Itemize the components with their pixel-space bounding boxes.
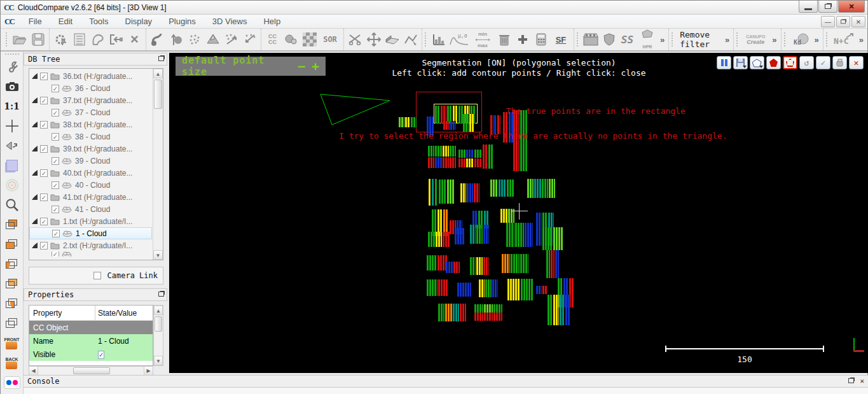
view-left-icon[interactable] (3, 255, 22, 273)
console-close-icon[interactable]: ✕ (860, 377, 864, 385)
tree-item-file[interactable]: ✓39.txt (H:/graduate... (29, 143, 152, 155)
kd-overflow-chevron[interactable]: » (813, 35, 821, 45)
mesh-icon[interactable] (204, 31, 221, 48)
tree-item-cloud[interactable]: ✓ (29, 251, 152, 257)
properties-list-icon[interactable] (71, 31, 88, 48)
visibility-checkbox[interactable]: ✓ (52, 109, 59, 116)
tree-item-cloud[interactable]: ✓38 - Cloud (29, 130, 152, 143)
match-scales-icon[interactable] (301, 31, 318, 48)
visibility-checkbox[interactable]: ✓ (52, 133, 59, 141)
reset-segmentation-button[interactable]: ↺ (799, 56, 814, 69)
tree-item-cloud[interactable]: ✓37 - Cloud (29, 106, 152, 118)
view-back-icon[interactable] (3, 275, 22, 293)
visibility-checkbox[interactable]: ✓ (40, 242, 48, 250)
sf-calculator-icon[interactable] (532, 31, 549, 48)
scroll-down-arrow[interactable]: ▼ (153, 250, 163, 260)
scroll-up-arrow[interactable]: ▲ (153, 69, 163, 78)
save-segmentation-button[interactable] (733, 56, 748, 69)
3d-view[interactable]: default point size − + Segmentation [ON]… (169, 53, 868, 373)
point-picking-icon[interactable] (167, 31, 184, 48)
delete-icon[interactable]: × (126, 31, 143, 48)
camera-view-icon[interactable] (3, 137, 22, 155)
cancel-segmentation-button[interactable]: ✕ (849, 56, 864, 69)
visibility-checkbox[interactable]: ✓ (40, 193, 48, 201)
sf-arithmetic-icon[interactable]: SF (551, 31, 571, 48)
pivot-icon[interactable] (3, 117, 22, 135)
tree-item-file[interactable]: ✓41.txt (H:/graduate... (29, 191, 152, 203)
menu-edit[interactable]: Edit (50, 15, 81, 27)
expand-arrow-icon[interactable] (32, 122, 38, 127)
expand-arrow-icon[interactable] (32, 97, 38, 103)
filter-overflow-chevron[interactable]: » (723, 35, 731, 45)
view-iso-front-icon[interactable]: FRONT (3, 334, 22, 352)
open-icon[interactable] (11, 31, 28, 48)
sample-points-icon[interactable] (223, 31, 240, 48)
visibility-checkbox[interactable]: ✓ (40, 218, 48, 225)
view-top-icon[interactable] (3, 216, 22, 234)
restore-button[interactable] (818, 1, 837, 13)
visibility-checkbox[interactable]: ✓ (52, 230, 60, 237)
visible-row[interactable]: Visible ✓ (29, 348, 153, 361)
subsample-icon[interactable] (241, 31, 258, 48)
name-row[interactable]: Name 1 - Cloud (29, 334, 153, 348)
visibility-checkbox[interactable]: ✓ (40, 121, 48, 129)
visibility-checkbox[interactable]: ✓ (52, 157, 59, 165)
db-tree-float-icon[interactable] (158, 56, 164, 61)
view-right-icon[interactable] (3, 295, 22, 313)
confirm-and-delete-button[interactable] (832, 56, 847, 69)
remove-filter-button[interactable]: Remove filter (675, 29, 723, 52)
properties-hscrollbar[interactable]: ◀▶ (29, 366, 153, 376)
display-options-icon[interactable] (3, 58, 22, 76)
apply-transform-icon[interactable] (107, 31, 125, 48)
visibility-checkbox[interactable]: ✓ (40, 97, 48, 104)
hpr-icon[interactable]: HPR (637, 31, 658, 48)
properties-scrollbar[interactable]: ▲▼ (153, 305, 163, 366)
mdi-close-button[interactable]: ✕ (851, 16, 865, 27)
scroll-thumb[interactable] (154, 80, 162, 109)
properties-float-icon[interactable] (158, 292, 164, 297)
menu-display[interactable]: Display (117, 15, 161, 27)
zoom-fit-icon[interactable] (3, 196, 22, 214)
tree-item-file[interactable]: ✓38.txt (H:/graduate... (29, 118, 152, 130)
tree-item-cloud[interactable]: ✓39 - Cloud (29, 155, 152, 167)
visible-checkbox[interactable]: ✓ (98, 351, 104, 359)
segment-out-button[interactable] (783, 56, 797, 69)
point-size-decrease-button[interactable]: − (298, 60, 305, 73)
delete-sf-icon[interactable] (495, 31, 513, 48)
clipping-box-icon[interactable] (383, 31, 401, 48)
expand-arrow-icon[interactable] (32, 194, 38, 200)
kdtree-icon[interactable]: Kd (789, 31, 812, 48)
histogram-icon[interactable] (430, 31, 447, 48)
tree-item-file[interactable]: ✓36.txt (H:/graduate... (29, 70, 152, 82)
tree-item-file[interactable]: ✓2.txt (H:/graduate/I... (29, 239, 152, 251)
view-front-icon[interactable] (3, 236, 22, 253)
segment-in-button[interactable] (766, 56, 781, 69)
nc-overflow-chevron[interactable]: » (857, 35, 865, 45)
visibility-checkbox[interactable]: ✓ (52, 181, 59, 189)
expand-arrow-icon[interactable] (32, 218, 38, 224)
interactive-segmentation-icon[interactable] (149, 31, 166, 48)
visibility-checkbox[interactable]: ✓ (40, 169, 48, 177)
point-size-increase-button[interactable]: + (312, 60, 319, 73)
tree-item-cloud[interactable]: ✓40 - Cloud (29, 179, 152, 191)
mdi-restore-button[interactable] (836, 16, 850, 27)
translate-rotate-icon[interactable] (365, 31, 382, 48)
menu-3d-views[interactable]: 3D Views (204, 15, 256, 27)
menu-file[interactable]: File (20, 15, 50, 27)
tree-item-file[interactable]: ✓37.txt (H:/graduate... (29, 94, 152, 106)
toolbar-overflow-chevron[interactable]: » (658, 35, 666, 45)
view-bottom-icon[interactable] (3, 314, 22, 332)
close-button[interactable]: ✕ (838, 1, 865, 13)
animation-icon[interactable] (582, 31, 599, 48)
polyline-trace-icon[interactable] (402, 31, 419, 48)
visibility-checkbox[interactable]: ✓ (52, 206, 59, 213)
camera-link-checkbox[interactable] (93, 272, 101, 279)
menu-help[interactable]: Help (255, 15, 289, 27)
minimize-button[interactable] (799, 1, 818, 13)
pause-segmentation-button[interactable] (717, 56, 731, 69)
col-property[interactable]: Property (29, 306, 95, 320)
screenshot-icon[interactable] (3, 78, 22, 95)
filter-by-value-icon[interactable]: min⟵⟶max (471, 31, 494, 48)
normals-icon[interactable]: N+C (831, 31, 857, 48)
canupo-create-icon[interactable]: CANUPOCreate (741, 31, 769, 48)
